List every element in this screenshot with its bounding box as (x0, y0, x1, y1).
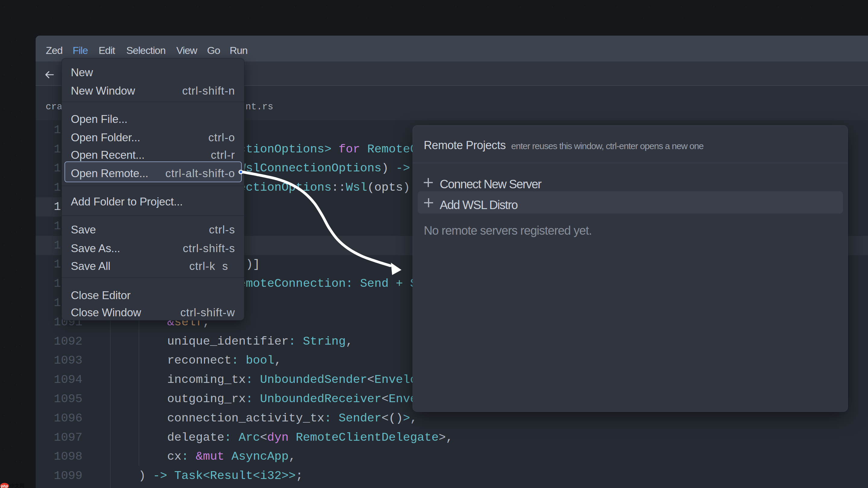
svg-text:中文网: 中文网 (10, 483, 24, 488)
svg-text:php: php (1, 484, 8, 488)
